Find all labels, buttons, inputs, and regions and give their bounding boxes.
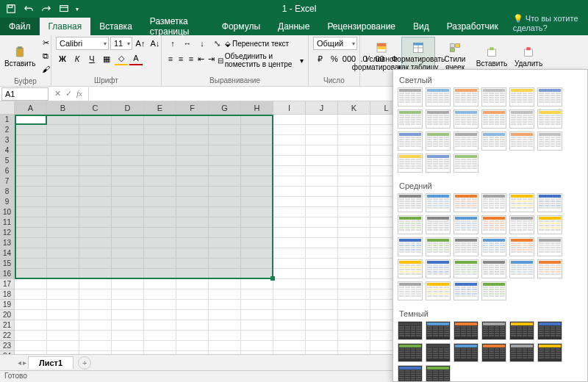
- table-style-swatch[interactable]: [481, 215, 506, 234]
- table-style-swatch[interactable]: [481, 193, 506, 212]
- cell[interactable]: [176, 310, 209, 320]
- cell[interactable]: [144, 145, 176, 156]
- cell[interactable]: [306, 331, 338, 341]
- orientation-icon[interactable]: ⤡: [210, 37, 223, 50]
- cell[interactable]: [144, 248, 176, 259]
- cell[interactable]: [209, 217, 241, 228]
- cell[interactable]: [79, 207, 112, 217]
- cell[interactable]: [15, 217, 47, 228]
- cell[interactable]: [306, 197, 338, 207]
- cell[interactable]: [176, 145, 209, 156]
- align-center-icon[interactable]: ≡: [176, 52, 185, 65]
- table-style-swatch[interactable]: [509, 109, 534, 129]
- cell[interactable]: [176, 166, 209, 176]
- cell[interactable]: [112, 269, 144, 279]
- table-style-swatch[interactable]: [426, 215, 451, 234]
- cell[interactable]: [306, 341, 338, 351]
- cell[interactable]: [47, 207, 79, 217]
- cell[interactable]: [273, 259, 306, 269]
- cell[interactable]: [15, 279, 47, 289]
- table-style-swatch[interactable]: [481, 237, 506, 256]
- cell[interactable]: [273, 269, 306, 279]
- cell[interactable]: [112, 320, 144, 331]
- undo-icon[interactable]: [21, 1, 37, 16]
- cell[interactable]: [15, 207, 47, 217]
- cell[interactable]: [144, 115, 176, 125]
- cell[interactable]: [112, 279, 144, 289]
- cell[interactable]: [176, 217, 209, 228]
- cell[interactable]: [47, 331, 79, 341]
- cell[interactable]: [79, 197, 112, 207]
- cell[interactable]: [176, 259, 209, 269]
- table-style-swatch[interactable]: [537, 131, 562, 151]
- cell[interactable]: [241, 310, 273, 320]
- cell[interactable]: [112, 125, 144, 135]
- col-header[interactable]: D: [112, 101, 144, 115]
- table-style-swatch[interactable]: [426, 281, 451, 300]
- col-header[interactable]: H: [241, 101, 273, 115]
- cell[interactable]: [338, 176, 370, 187]
- cell[interactable]: [112, 217, 144, 228]
- row-header[interactable]: 1: [0, 115, 15, 125]
- cell[interactable]: [112, 248, 144, 259]
- cell[interactable]: [306, 289, 338, 300]
- cell[interactable]: [241, 228, 273, 238]
- sheet-nav-next-icon[interactable]: ▸: [23, 358, 26, 367]
- row-header[interactable]: 6: [0, 166, 15, 176]
- cell[interactable]: [241, 176, 273, 187]
- cell[interactable]: [241, 135, 273, 145]
- row-header[interactable]: 21: [0, 320, 15, 331]
- cell[interactable]: [79, 320, 112, 331]
- cell[interactable]: [176, 176, 209, 187]
- cell[interactable]: [176, 320, 209, 331]
- cell[interactable]: [15, 269, 47, 279]
- col-header[interactable]: C: [79, 101, 112, 115]
- table-style-swatch[interactable]: [398, 281, 423, 300]
- cell[interactable]: [209, 248, 241, 259]
- cell[interactable]: [112, 135, 144, 145]
- cell[interactable]: [306, 217, 338, 228]
- table-style-swatch[interactable]: [537, 259, 562, 278]
- cell[interactable]: [273, 135, 306, 145]
- cell[interactable]: [338, 187, 370, 197]
- cell[interactable]: [209, 269, 241, 279]
- tab-Разметка страницы[interactable]: Разметка страницы: [141, 18, 213, 35]
- cell[interactable]: [79, 156, 112, 166]
- cell[interactable]: [79, 238, 112, 248]
- cell[interactable]: [112, 176, 144, 187]
- cell[interactable]: [241, 289, 273, 300]
- tab-Данные[interactable]: Данные: [269, 18, 318, 35]
- cell[interactable]: [306, 300, 338, 310]
- tab-Главная[interactable]: Главная: [40, 18, 91, 35]
- cell[interactable]: [241, 187, 273, 197]
- table-style-swatch[interactable]: [398, 259, 423, 278]
- cell[interactable]: [176, 187, 209, 197]
- cell[interactable]: [144, 320, 176, 331]
- cell[interactable]: [112, 259, 144, 269]
- cell[interactable]: [15, 331, 47, 341]
- cell[interactable]: [15, 166, 47, 176]
- cell[interactable]: [241, 279, 273, 289]
- enter-formula-icon[interactable]: ✓: [65, 89, 72, 98]
- table-style-swatch[interactable]: [453, 259, 478, 278]
- align-right-icon[interactable]: ≡: [187, 52, 196, 65]
- cell[interactable]: [338, 279, 370, 289]
- row-header[interactable]: 5: [0, 156, 15, 166]
- grow-font-icon[interactable]: A↑: [134, 37, 147, 50]
- table-style-swatch[interactable]: [426, 321, 451, 340]
- cell[interactable]: [338, 331, 370, 341]
- cell[interactable]: [338, 135, 370, 145]
- cell[interactable]: [112, 341, 144, 351]
- number-format-combo[interactable]: Общий: [313, 37, 357, 50]
- cell[interactable]: [306, 259, 338, 269]
- table-style-swatch[interactable]: [453, 109, 478, 129]
- cell[interactable]: [273, 125, 306, 135]
- cell[interactable]: [241, 145, 273, 156]
- col-header[interactable]: A: [15, 101, 47, 115]
- cell[interactable]: [144, 125, 176, 135]
- cell[interactable]: [273, 279, 306, 289]
- cell[interactable]: [79, 300, 112, 310]
- cell[interactable]: [241, 156, 273, 166]
- cell[interactable]: [273, 207, 306, 217]
- table-style-swatch[interactable]: [453, 131, 478, 151]
